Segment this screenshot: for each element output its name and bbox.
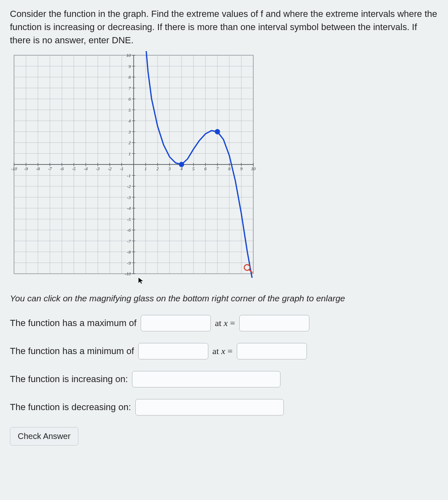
- svg-text:1: 1: [144, 166, 147, 171]
- svg-text:-4: -4: [84, 166, 88, 171]
- increasing-input[interactable]: [132, 371, 281, 387]
- check-answer-button[interactable]: Check Answer: [10, 427, 78, 446]
- max-row: The function has a maximum of at x =: [10, 315, 438, 331]
- svg-text:-6: -6: [60, 166, 64, 171]
- min-row: The function has a minimum of at x =: [10, 343, 438, 359]
- decreasing-input[interactable]: [135, 399, 284, 415]
- svg-text:-4: -4: [127, 206, 131, 211]
- svg-text:-6: -6: [127, 228, 131, 232]
- svg-point-126: [215, 129, 220, 134]
- increasing-row: The function is increasing on:: [10, 371, 438, 387]
- svg-text:2: 2: [129, 140, 131, 145]
- svg-text:-3: -3: [96, 166, 100, 171]
- max-x-input[interactable]: [239, 315, 309, 331]
- min-label: The function has a minimum of: [10, 346, 134, 357]
- svg-text:-1: -1: [120, 166, 123, 171]
- svg-text:8: 8: [129, 75, 131, 80]
- svg-text:3: 3: [128, 129, 131, 134]
- cursor-arrow-icon: [138, 277, 145, 284]
- magnify-hint-text: You can click on the magnifying glass on…: [10, 293, 438, 303]
- min-x-input[interactable]: [237, 343, 307, 359]
- svg-text:6: 6: [204, 166, 207, 171]
- svg-text:3: 3: [168, 166, 171, 171]
- svg-text:6: 6: [129, 96, 131, 101]
- svg-text:9: 9: [240, 166, 243, 171]
- max-value-input[interactable]: [141, 315, 211, 331]
- svg-text:-2: -2: [108, 166, 112, 171]
- svg-text:10: 10: [126, 53, 131, 58]
- svg-text:4: 4: [129, 118, 131, 123]
- svg-text:-3: -3: [127, 195, 131, 200]
- svg-text:-5: -5: [127, 216, 131, 221]
- min-value-input[interactable]: [138, 343, 208, 359]
- svg-text:-2: -2: [127, 184, 131, 189]
- decreasing-label: The function is decreasing on:: [10, 402, 131, 413]
- svg-text:-7: -7: [48, 166, 52, 171]
- function-graph: -10-9-8-7-6-5-4-3-2-112345678910-10-9-8-…: [10, 51, 257, 278]
- svg-text:-1: -1: [127, 173, 131, 178]
- increasing-label: The function is increasing on:: [10, 374, 128, 385]
- svg-text:5: 5: [129, 107, 131, 112]
- at-x-label-max: at x =: [215, 318, 235, 329]
- svg-text:2: 2: [156, 166, 159, 171]
- at-x-label-min: at x =: [212, 346, 233, 357]
- svg-text:8: 8: [228, 166, 231, 171]
- decreasing-row: The function is decreasing on:: [10, 399, 438, 415]
- svg-text:10: 10: [251, 166, 256, 171]
- svg-text:-7: -7: [127, 238, 131, 243]
- svg-text:-8: -8: [127, 249, 131, 254]
- svg-text:-10: -10: [125, 271, 131, 276]
- svg-text:1: 1: [129, 151, 131, 156]
- svg-text:-9: -9: [24, 166, 28, 171]
- problem-text: Consider the function in the graph. Find…: [10, 7, 438, 47]
- max-label: The function has a maximum of: [10, 318, 137, 329]
- svg-text:5: 5: [192, 166, 195, 171]
- svg-text:-10: -10: [11, 166, 17, 171]
- svg-text:-8: -8: [36, 166, 40, 171]
- svg-text:-9: -9: [127, 260, 131, 265]
- svg-text:9: 9: [129, 63, 131, 68]
- svg-text:7: 7: [216, 166, 219, 171]
- graph-svg: -10-9-8-7-6-5-4-3-2-112345678910-10-9-8-…: [10, 51, 257, 278]
- svg-text:7: 7: [129, 85, 131, 90]
- svg-text:-5: -5: [72, 166, 76, 171]
- svg-point-125: [179, 162, 184, 167]
